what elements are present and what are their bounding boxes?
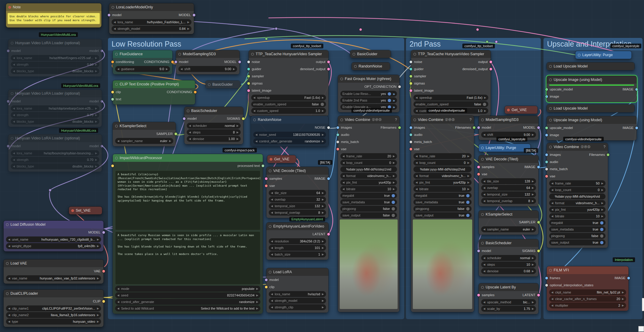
load-diffusion-model-title-bar[interactable]: Load Diffusion Model [4,221,104,228]
length-widget[interactable]: ◀length101▶ [269,245,326,251]
decrement-arrow-icon[interactable]: ◀ [551,297,553,300]
basic-scheduler-2nd-title-bar[interactable]: BasicScheduler [479,239,538,247]
fast-forward-icon[interactable]: » [393,98,395,103]
increment-arrow-icon[interactable]: ▶ [187,27,189,30]
reroute-dot[interactable] [495,40,498,43]
increment-arrow-icon[interactable]: ▶ [622,297,624,300]
decrement-arrow-icon[interactable]: ◀ [483,301,485,304]
save-output-widget[interactable]: save_outputtrue [413,212,472,218]
decrement-arrow-icon[interactable]: ◀ [13,56,15,59]
collapse-dot-icon[interactable] [481,286,484,289]
increment-arrow-icon[interactable]: ▶ [532,133,534,136]
collapse-dot-icon[interactable] [6,292,9,295]
note[interactable]: NoteUse double blocks where possible for… [6,3,102,28]
IMAGE-output-port[interactable] [537,166,540,168]
lora-loader-model-only-title-bar[interactable]: LoraLoaderModelOnly [109,3,194,11]
strength-model-widget[interactable]: ◀strength_model0.84▶ [112,26,191,32]
ksampler-select-2nd[interactable]: KSamplerSelectSAMPLER◀sampler_nameeuler▶ [478,210,539,235]
ttp-teacache-sampler-low-title-bar[interactable]: TTP_TeaCache HunyuanVideo Sampler [249,50,328,58]
increment-arrow-icon[interactable]: ▶ [467,187,470,190]
increment-arrow-icon[interactable]: ▶ [484,96,486,99]
overlap-widget[interactable]: ◀overlap64▶ [481,185,536,191]
megabit-widget[interactable]: megabittrue [340,193,397,199]
load-lora-title-bar[interactable]: Load LoRA [266,268,328,276]
model-input-port[interactable] [7,100,10,103]
decrement-arrow-icon[interactable]: ◀ [551,304,553,307]
toggle-knob[interactable] [466,194,470,197]
steps-widget[interactable]: ◀steps10▶ [481,262,536,268]
decrement-arrow-icon[interactable]: ◀ [483,186,485,189]
tile-size-widget[interactable]: ◀tile_size128▶ [481,178,536,184]
vae-decode-tiled-2nd[interactable]: VAE Decode (Tiled)samplesIMAGEvae◀tile_s… [478,155,539,207]
decrement-arrow-icon[interactable]: ◀ [342,181,345,184]
toggle-knob[interactable] [600,221,603,225]
collapse-dot-icon[interactable] [481,213,484,216]
decrement-arrow-icon[interactable]: ◀ [8,238,10,241]
vae-input-port[interactable] [265,185,268,187]
ksampler-select-low[interactable]: KSamplerSelectSAMPLER◀sampler_nameeuler▶ [112,122,176,147]
text-input-port[interactable] [111,98,114,101]
decrement-arrow-icon[interactable]: ◀ [416,174,418,177]
upscale-image-using-model-1[interactable]: Upscale Image (using Model)upscale_model… [546,76,637,102]
random-noise-top[interactable]: RandomNoise [351,62,390,70]
filename-prefix-widget[interactable]: %date:yyyy-MM-dd%/step1/vid [340,166,397,172]
decrement-arrow-icon[interactable]: ◀ [271,299,273,302]
images-input-port[interactable] [410,126,412,129]
control-after-generate-widget[interactable]: ◀control_after_generaterandomize▶ [253,138,326,144]
layer-utility-purge-2nd-title-bar[interactable]: LayerUtility: Purge [479,144,530,152]
layer-utility-purge-upscale[interactable]: LayerUtility: Purge [575,51,632,59]
temporal-overlap-widget[interactable]: ◀temporal_overlap8▶ [481,198,536,204]
load-diffusion-model[interactable]: Load Diffusion ModelMODEL◀unet_namehv/hu… [3,220,104,252]
save-metadata-widget[interactable]: save_metadatatrue [549,226,606,232]
increment-arrow-icon[interactable]: ▶ [97,245,99,248]
increment-arrow-icon[interactable]: ▶ [322,253,324,256]
toggle-knob[interactable] [392,207,395,210]
multiplier-widget[interactable]: ◀multiplier2▶ [549,302,626,308]
strength-widget[interactable]: ◀strength0.70▶ [11,112,99,118]
load-vae[interactable]: Load VAEVAE◀vae_namehunyuan_video_vae_fp… [3,259,104,284]
video-combine-low[interactable]: Video CombineⓋⒽⓈ?imagesFilenamesaudiomet… [338,116,400,312]
decrement-arrow-icon[interactable]: ◀ [253,109,255,112]
collapse-dot-icon[interactable] [187,110,189,112]
collapse-dot-icon[interactable] [481,158,484,161]
denoised_output-output-port[interactable] [489,68,492,70]
enable-2nd-pass-widget[interactable]: Enable 2nd Passyes» [340,97,397,103]
get-vae-2nd-title-bar[interactable]: Get_VAE [505,106,538,114]
get-vae-2nd[interactable]: Get_VAE [504,106,538,114]
decrement-arrow-icon[interactable]: ◀ [271,198,273,201]
set-vae-title-bar[interactable]: Set_VAE [69,207,102,214]
layer-utility-purge-upscale-title-bar[interactable]: LayerUtility: Purge [575,51,631,59]
image-input-port[interactable] [545,134,548,136]
save-metadata-widget[interactable]: save_metadatatrue [413,199,472,205]
collapse-dot-icon[interactable] [11,92,13,95]
output-output-port[interactable] [489,61,492,63]
increment-arrow-icon[interactable]: ▶ [322,96,324,99]
weight-dtype-widget[interactable]: ◀weight_dtypefp8_e4m3fn▶ [6,243,101,249]
fast-forward-icon[interactable]: » [393,92,395,96]
collapse-dot-icon[interactable] [507,109,510,111]
fast-groups-muter[interactable]: Fast Groups Muter (rgthree)OPT_CONNECTIO… [338,75,400,113]
increment-arrow-icon[interactable]: ▶ [237,137,239,140]
collapse-dot-icon[interactable] [11,42,13,44]
noise-input-port[interactable] [247,61,250,63]
help-icon[interactable]: ? [470,118,472,122]
increment-arrow-icon[interactable]: ▶ [532,270,534,273]
decrement-arrow-icon[interactable]: ◀ [271,253,273,256]
images-input-port[interactable] [336,126,339,129]
collapse-dot-icon[interactable] [8,6,11,9]
CONDITIONING-output-port[interactable] [171,61,174,63]
decrement-arrow-icon[interactable]: ◀ [416,161,418,164]
pix-fmt-widget[interactable]: ◀pix_fmtyuv420p▶ [340,179,397,185]
model-sampling-sd3-low-title-bar[interactable]: ModelSamplingSD3 [176,50,240,58]
clear-cache-after-n-frames-widget[interactable]: ◀clear_cache_after_n_frames20▶ [549,296,626,302]
increment-arrow-icon[interactable]: ▶ [95,120,97,123]
increment-arrow-icon[interactable]: ▶ [95,152,97,155]
sampler-name-widget[interactable]: ◀sampler_nameeuler▶ [481,226,536,232]
scheduler-widget[interactable]: ◀schedulernormal▶ [187,123,241,129]
collapse-dot-icon[interactable] [481,242,484,245]
hunyuan-lora-loader-1-title-bar[interactable]: Hunyuan Video LoRA Loader (optional) [8,39,102,47]
collapse-dot-icon[interactable] [253,119,256,121]
fast-forward-icon[interactable]: » [393,105,395,109]
increment-arrow-icon[interactable]: ▶ [393,174,395,177]
collapse-dot-icon[interactable] [549,79,552,81]
